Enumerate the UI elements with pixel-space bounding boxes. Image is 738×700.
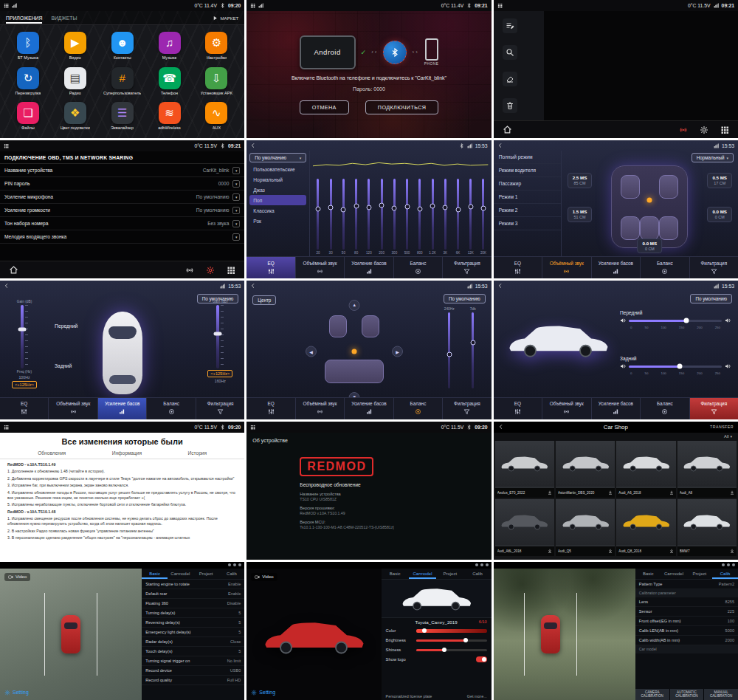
car-card[interactable]: Audi_Q5: [556, 499, 615, 556]
recents-grid-icon[interactable]: [720, 126, 729, 134]
mode-item[interactable]: Режим 2: [494, 204, 561, 217]
showlogo-toggle[interactable]: [476, 656, 487, 662]
tab-eq[interactable]: EQ: [0, 398, 49, 419]
slider-knob[interactable]: [315, 206, 320, 211]
tab-balance[interactable]: Баланс: [147, 398, 196, 419]
download-icon[interactable]: [548, 490, 552, 495]
settings-row[interactable]: Turning signal trigger on No limit: [142, 656, 244, 666]
manual-calibration-button[interactable]: MANUAL CALIBRATION: [704, 689, 738, 700]
settings-row[interactable]: Record quality Full HD: [142, 676, 244, 685]
settings-row[interactable]: Record device USB0: [142, 666, 244, 676]
back-icon[interactable]: [497, 143, 503, 148]
slider-knob[interactable]: [430, 203, 435, 208]
preset-dropdown[interactable]: Нормальный▾: [692, 153, 734, 162]
download-icon[interactable]: [608, 490, 613, 495]
tab-surround[interactable]: Объёмный звук: [296, 257, 345, 278]
dropdown-arrow-icon[interactable]: ▾: [232, 193, 240, 201]
recents-grid-icon[interactable]: [227, 266, 235, 275]
cancel-button[interactable]: ОТМЕНА: [300, 100, 349, 114]
seat-rear-middle[interactable]: [640, 216, 659, 240]
settings-row[interactable]: Touch delay(s) 5: [142, 647, 244, 656]
rear-bench[interactable]: [325, 360, 384, 383]
mode-item[interactable]: Режим 3: [494, 217, 561, 230]
tab-project[interactable]: Project: [193, 569, 219, 579]
tab-carmodel[interactable]: Carmodel: [409, 569, 436, 579]
slider-knob[interactable]: [684, 318, 689, 323]
app-icon[interactable]: ⚙ Настройки: [193, 28, 240, 64]
tab-carmodel[interactable]: Carmodel: [661, 569, 687, 579]
eq-band-slider[interactable]: 20K: [477, 161, 489, 255]
tab-widgets[interactable]: ВИДЖЕТЫ: [51, 16, 77, 21]
calibration-row[interactable]: Calib LEN(AB in mm) 5000: [635, 626, 738, 636]
settings-row[interactable]: Starting engine to rotate Enable: [142, 580, 244, 589]
color-slider[interactable]: [416, 629, 487, 633]
slider-knob[interactable]: [422, 628, 427, 633]
settings-row[interactable]: Turning delay(s) 5: [142, 608, 244, 618]
tab-balance[interactable]: Баланс: [641, 257, 689, 278]
tab-filter[interactable]: Фильтрация: [690, 398, 738, 419]
app-icon[interactable]: ♫ Музыка: [146, 28, 193, 64]
dropdown-arrow-icon[interactable]: ▾: [232, 167, 240, 174]
slider-knob[interactable]: [214, 332, 222, 336]
car-card[interactable]: Audi_A8: [677, 441, 737, 498]
settings-row[interactable]: Radar delay(s) Close: [142, 637, 244, 647]
tab-eq[interactable]: EQ: [246, 257, 295, 278]
app-icon[interactable]: ∿ AUX: [193, 98, 240, 134]
model-thumbnail[interactable]: [382, 580, 492, 618]
tab-project[interactable]: Project: [436, 569, 463, 579]
slider-knob[interactable]: [480, 205, 486, 210]
mode-item[interactable]: Режим 1: [494, 191, 561, 204]
filter-slider[interactable]: [629, 366, 722, 368]
seat-front-right[interactable]: [362, 315, 379, 337]
app-icon[interactable]: ⇩ Установщик APK: [193, 64, 240, 99]
preset-item[interactable]: Пользовательские: [249, 164, 306, 174]
filter-slider[interactable]: [629, 320, 722, 322]
mode-item[interactable]: Полный режим: [494, 151, 561, 164]
tab-filter[interactable]: Фильтрация: [690, 257, 738, 278]
tab-filter[interactable]: Фильтрация: [443, 257, 491, 278]
tab-information[interactable]: Информация: [112, 450, 142, 456]
eq-band-slider[interactable]: 1.2K: [426, 161, 438, 255]
download-icon[interactable]: [669, 549, 674, 553]
slider-knob[interactable]: [677, 364, 683, 369]
eq-band-slider[interactable]: 20: [311, 161, 324, 255]
slider-knob[interactable]: [443, 205, 448, 210]
tab-balance[interactable]: Баланс: [394, 398, 443, 419]
preset-dropdown[interactable]: По умолчанию▾: [249, 153, 306, 162]
broadcast-icon[interactable]: [679, 126, 688, 134]
tab-surround[interactable]: Объёмный звук: [542, 257, 591, 278]
connect-button[interactable]: ПОДКЛЮЧИТЬСЯ: [365, 100, 438, 114]
broadcast-icon[interactable]: [185, 266, 194, 275]
slider-knob[interactable]: [392, 205, 397, 210]
tab-surround[interactable]: Объёмный звук: [49, 398, 97, 419]
home-button-icon[interactable]: [503, 125, 512, 134]
settings-row[interactable]: Усиление громкости По умолчанию ▾: [0, 204, 244, 217]
app-icon[interactable]: ❖ Цвет подсветки: [52, 98, 99, 134]
preset-item[interactable]: Рок: [249, 216, 306, 226]
eq-band-slider[interactable]: 3K: [439, 161, 452, 255]
settings-row[interactable]: Усиление микрофона По умолчанию ▾: [0, 191, 244, 204]
tab-bass-boost[interactable]: Усиление басов: [592, 257, 641, 278]
front-bass-slider[interactable]: Gain (dB) Freq (Hz) 100Hz <+125Hz>: [12, 300, 37, 388]
video-button[interactable]: Video: [251, 573, 277, 581]
tab-eq[interactable]: EQ: [494, 257, 542, 278]
eq-band-slider[interactable]: 12K: [464, 161, 477, 255]
default-button[interactable]: По умолчанию: [444, 294, 486, 303]
settings-row[interactable]: Reversing delay(s) 5: [142, 618, 244, 628]
slider-knob[interactable]: [446, 351, 452, 357]
tab-history[interactable]: История: [187, 450, 207, 456]
slider-knob[interactable]: [328, 205, 334, 210]
setting-button[interactable]: Setting: [251, 690, 275, 696]
calibration-row[interactable]: Sensor 225: [635, 607, 738, 617]
tab-balance[interactable]: Баланс: [394, 257, 443, 278]
settings-row[interactable]: Floating 360 Disable: [142, 599, 244, 608]
freq-slider[interactable]: 240Hz: [441, 307, 458, 388]
tab-calib[interactable]: Calib: [712, 569, 738, 579]
car-card[interactable]: Audi_A8L_2018: [495, 499, 554, 556]
settings-row[interactable]: Мелодия входящего звонка ▾: [0, 230, 244, 244]
eq-band-slider[interactable]: 200: [376, 161, 388, 255]
preset-item[interactable]: Поп: [249, 195, 306, 205]
rear-bass-slider[interactable]: Gain (dB) <+125Hz> 160Hz: [207, 300, 232, 383]
eq-band-slider[interactable]: 800: [413, 161, 426, 255]
download-icon[interactable]: [730, 549, 734, 553]
